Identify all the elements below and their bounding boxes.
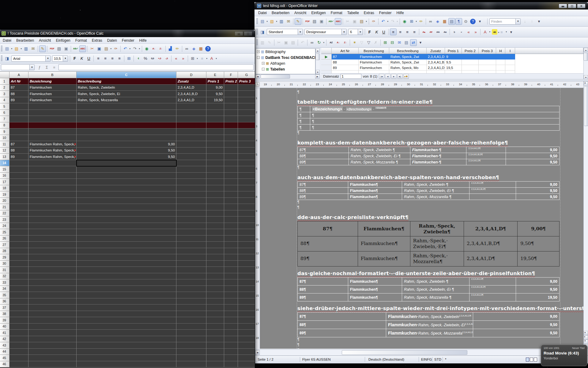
data-source-of-document-icon[interactable]: ▤ bbox=[403, 39, 410, 46]
spellcheck-icon[interactable]: AB✓ bbox=[72, 45, 79, 52]
cell-C2[interactable]: Rahm, Speck, Zwiebeln bbox=[77, 85, 176, 91]
paste-icon[interactable]: ▤▾ bbox=[103, 45, 110, 52]
cell-C44[interactable] bbox=[77, 349, 176, 355]
row-header-25[interactable]: 25 bbox=[0, 229, 9, 236]
cell-F41[interactable] bbox=[224, 330, 238, 336]
cell-D23[interactable] bbox=[176, 217, 206, 223]
save-record-icon[interactable]: ▥ bbox=[259, 39, 266, 46]
cell-F35[interactable] bbox=[224, 292, 238, 298]
cell-B34[interactable] bbox=[28, 286, 77, 292]
cell-B30[interactable] bbox=[28, 261, 77, 267]
cell-F3[interactable] bbox=[224, 91, 238, 97]
cell-G30[interactable] bbox=[238, 261, 255, 267]
cell-C38[interactable] bbox=[77, 311, 176, 317]
data-sources-icon[interactable]: ▤ bbox=[448, 18, 455, 25]
cell-C12[interactable]: 9,50 bbox=[77, 148, 176, 154]
cell-B7[interactable] bbox=[28, 116, 77, 122]
cell-D46[interactable] bbox=[176, 361, 206, 368]
doc-table[interactable]: 87¶Rahm,·Speck,·Zwiebeln·¶Flammkuchen·¶2… bbox=[297, 147, 560, 165]
scroll-up-icon[interactable]: ▲ bbox=[316, 48, 320, 53]
sum-icon[interactable]: Σ bbox=[44, 65, 50, 70]
cell-G24[interactable] bbox=[238, 223, 255, 229]
doc-table[interactable]: 87¶Flammkuchen·Rahm,·Speck,·Zwiebeln2,3,… bbox=[297, 312, 560, 337]
cell-G15[interactable] bbox=[238, 166, 255, 173]
grid-column-header-h[interactable]: H bbox=[496, 48, 505, 54]
doc-table-cell[interactable]: 2,3,4,A1,B,D¶ bbox=[469, 188, 516, 194]
row-header-13[interactable]: 13 bbox=[0, 154, 9, 160]
cell-B6[interactable] bbox=[28, 110, 77, 116]
cell-F15[interactable] bbox=[224, 166, 238, 173]
merge-cells-icon[interactable]: ⊞ bbox=[126, 55, 132, 62]
cell-C20[interactable] bbox=[77, 198, 176, 204]
cell-F30[interactable] bbox=[224, 261, 238, 267]
print-icon[interactable]: ▤ bbox=[311, 18, 318, 25]
cell-A42[interactable] bbox=[9, 336, 28, 343]
cell-E14[interactable] bbox=[206, 160, 224, 167]
cell-B24[interactable] bbox=[28, 223, 77, 229]
document-vertical-scrollbar[interactable]: ▲ ▲ ● ▼ ▼ bbox=[583, 81, 588, 349]
doc-table-cell[interactable]: Rahm,·Speck,·Zwiebeln·¶ bbox=[349, 147, 410, 153]
cell-F26[interactable] bbox=[224, 236, 238, 242]
row-selector[interactable]: ▶ bbox=[321, 54, 332, 59]
font-size-combo[interactable]: 10,5▼ bbox=[52, 56, 68, 62]
cell-F45[interactable] bbox=[224, 355, 238, 361]
row-header-17[interactable]: 17 bbox=[0, 179, 9, 185]
format-paintbrush-icon[interactable]: ✑ bbox=[112, 45, 119, 52]
row-header-16[interactable]: 16 bbox=[0, 173, 9, 179]
open-icon[interactable]: ▧▾ bbox=[13, 45, 20, 52]
align-left-icon[interactable]: ≡ bbox=[390, 29, 397, 35]
cell-G39[interactable] bbox=[238, 317, 255, 324]
doc-table-cell[interactable]: Rahm,·Speck,·Zwiebeln·¶ bbox=[402, 278, 469, 286]
styles-icon[interactable]: ◨ bbox=[4, 55, 10, 62]
row-header-18[interactable]: 18 bbox=[0, 185, 9, 192]
calc-window[interactable]: C ! Toscana Preisliste GENGENBACH.ods - … bbox=[0, 29, 255, 368]
cell-G28[interactable] bbox=[238, 248, 255, 255]
writer-menu-fenster[interactable]: Fenster bbox=[377, 10, 394, 16]
cell-D11[interactable] bbox=[176, 141, 206, 148]
cell-B13[interactable]: Flammkuchen Rahm, Speck, bbox=[28, 154, 77, 160]
grid-column-header-preis-2[interactable]: Preis 2 bbox=[462, 48, 479, 54]
sort-descending-icon[interactable]: Z↓ bbox=[157, 45, 164, 52]
draw-functions-icon[interactable]: ✏ bbox=[418, 18, 424, 25]
cell-A25[interactable] bbox=[9, 229, 28, 236]
cell-D43[interactable] bbox=[176, 342, 206, 349]
cell-C23[interactable] bbox=[77, 217, 176, 223]
cell-B38[interactable] bbox=[28, 311, 77, 317]
cell-F14[interactable] bbox=[224, 160, 238, 167]
hyperlink-icon[interactable]: ◉ bbox=[143, 45, 150, 52]
italic-icon[interactable]: K bbox=[373, 29, 380, 35]
sort-ascending-icon[interactable]: A↓ bbox=[150, 45, 157, 52]
cell-G45[interactable] bbox=[238, 355, 255, 361]
navigator-icon[interactable]: ◈ bbox=[190, 45, 197, 52]
cell-C8[interactable] bbox=[77, 122, 176, 129]
cell-F40[interactable] bbox=[224, 324, 238, 330]
find-previous-icon[interactable]: ↑ bbox=[529, 18, 535, 25]
cell-E46[interactable] bbox=[206, 361, 224, 368]
copy-icon[interactable]: ▣ bbox=[96, 45, 103, 52]
cell-F22[interactable] bbox=[224, 210, 238, 217]
cell-F38[interactable] bbox=[224, 311, 238, 317]
cell-G7[interactable] bbox=[238, 116, 255, 122]
doc-heading[interactable]: tabelle·mit·eingefügten·feldern·in·einer… bbox=[297, 99, 560, 105]
single-page-view-icon[interactable] bbox=[526, 358, 529, 362]
multi-page-view-icon[interactable] bbox=[530, 358, 533, 362]
toolbar-overflow-icon[interactable]: ▾ bbox=[508, 29, 514, 35]
cell-C9[interactable] bbox=[77, 128, 176, 135]
cell-C36[interactable] bbox=[77, 298, 176, 305]
row-header-26[interactable]: 26 bbox=[0, 236, 9, 242]
cell-A35[interactable] bbox=[9, 292, 28, 298]
spellcheck-icon[interactable]: AB✓ bbox=[328, 18, 334, 25]
scroll-up-icon[interactable]: ▲ bbox=[584, 48, 588, 52]
doc-table[interactable]: 87¶Flammkuchen¶Rahm,·Speck, Zwiebeln¶2,3… bbox=[297, 221, 560, 266]
grid-column-header-beschreibung[interactable]: Beschreibung bbox=[389, 48, 427, 54]
name-box[interactable]: ▼ bbox=[1, 64, 35, 70]
open-icon[interactable]: ▧▾ bbox=[269, 18, 275, 25]
row-header-34[interactable]: 34 bbox=[0, 286, 9, 292]
cell-D8[interactable] bbox=[176, 122, 206, 129]
toolbar-overflow-icon[interactable]: ▾ bbox=[477, 18, 483, 25]
cell-E22[interactable] bbox=[206, 210, 224, 217]
grid-cell[interactable] bbox=[505, 54, 515, 59]
cell-E44[interactable] bbox=[206, 349, 224, 355]
cell-A43[interactable] bbox=[9, 342, 28, 349]
edit-data-icon[interactable]: ✎ bbox=[266, 39, 273, 46]
